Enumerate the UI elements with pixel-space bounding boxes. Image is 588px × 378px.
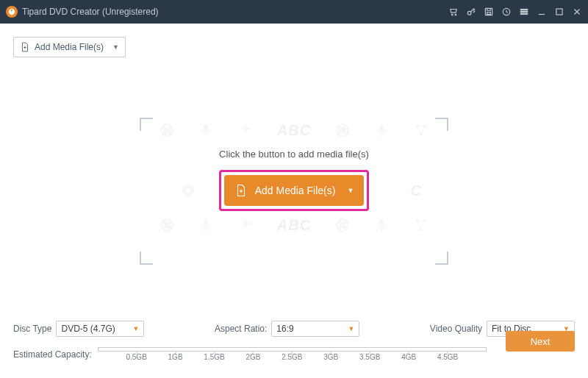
reel-icon: [334, 122, 351, 138]
svg-point-1: [455, 14, 456, 15]
aspect-ratio-label: Aspect Ratio:: [215, 324, 267, 334]
key-icon[interactable]: [466, 7, 476, 17]
add-file-icon: [234, 184, 248, 197]
add-media-highlight: Add Media File(s) ▼: [219, 170, 369, 211]
svg-point-34: [165, 228, 168, 230]
mic-icon: [373, 217, 390, 233]
watermark-text: ABC: [277, 122, 311, 139]
capacity-tick: 1GB: [168, 353, 183, 361]
svg-rect-7: [520, 11, 527, 12]
capacity-tick: 3.5GB: [359, 353, 380, 361]
svg-point-15: [165, 133, 168, 135]
watermark-text: ABC: [277, 217, 311, 234]
add-media-button-small[interactable]: Add Media File(s) ▼: [13, 37, 126, 57]
history-icon[interactable]: [501, 7, 512, 17]
next-button[interactable]: Next: [506, 331, 575, 352]
svg-rect-10: [556, 9, 562, 15]
chevron-down-icon: ▼: [133, 325, 140, 332]
gear-icon: [180, 182, 196, 199]
chevron-down-icon: ▼: [112, 43, 119, 51]
capacity-tick: 2GB: [245, 353, 260, 361]
svg-point-2: [467, 11, 471, 15]
mic-icon: [373, 122, 390, 138]
cart-icon[interactable]: [448, 7, 459, 17]
disc-type-select[interactable]: DVD-5 (4.7G) ▼: [56, 321, 144, 337]
svg-point-43: [345, 224, 348, 226]
add-media-small-label: Add Media File(s): [35, 42, 104, 52]
save-icon[interactable]: [484, 7, 494, 17]
capacity-tick: 0.5GB: [126, 353, 146, 361]
capacity-tick: 4GB: [401, 353, 416, 361]
titlebar: Tipard DVD Creator (Unregistered): [0, 0, 588, 24]
watermark-text-partial: C: [411, 182, 422, 199]
aspect-ratio-select[interactable]: 16:9 ▼: [271, 321, 359, 337]
svg-point-17: [170, 129, 172, 131]
svg-point-14: [165, 125, 168, 127]
chevron-down-icon: ▼: [347, 187, 354, 194]
center-area: ABC Click the button to add media file(s…: [140, 118, 448, 238]
nodes-icon: [413, 122, 429, 138]
hint-text: Click the button to add media file(s): [140, 149, 448, 160]
watermark-row: ABC: [140, 118, 448, 143]
estimated-capacity-label: Estimated Capacity:: [13, 349, 92, 360]
capacity-tick: 2.5GB: [282, 353, 302, 361]
chevron-down-icon: ▼: [348, 325, 354, 332]
mic-icon: [198, 217, 214, 233]
toolbar: Add Media File(s) ▼: [0, 24, 588, 57]
svg-rect-44: [380, 219, 384, 227]
capacity-tick: 1.5GB: [204, 353, 224, 361]
svg-point-42: [337, 224, 340, 226]
svg-point-41: [341, 228, 343, 230]
footer-selectors: Disc Type DVD-5 (4.7G) ▼ Aspect Ratio: 1…: [13, 321, 575, 337]
svg-point-40: [341, 220, 343, 222]
svg-rect-4: [487, 13, 491, 15]
minimize-icon[interactable]: [537, 7, 547, 17]
svg-rect-37: [204, 219, 209, 227]
add-media-main-label: Add Media File(s): [255, 185, 336, 196]
svg-point-35: [162, 224, 164, 226]
capacity-bar: 0.5GB1GB1.5GB2GB2.5GB3GB3.5GB4GB4.5GB: [98, 344, 487, 365]
sparkle-icon: [237, 122, 254, 138]
sparkle-icon: [237, 217, 254, 233]
disc-type-label: Disc Type: [13, 324, 51, 334]
svg-rect-6: [520, 10, 527, 10]
capacity-row: Estimated Capacity: 0.5GB1GB1.5GB2GB2.5G…: [13, 344, 575, 365]
watermark-row: ABC: [140, 213, 448, 238]
svg-point-22: [341, 133, 343, 135]
footer: Disc Type DVD-5 (4.7G) ▼ Aspect Ratio: 1…: [0, 313, 588, 378]
app-logo-icon: [6, 6, 18, 18]
svg-point-31: [186, 188, 190, 193]
titlebar-actions: [448, 7, 582, 17]
capacity-tick: 4.5GB: [437, 353, 458, 361]
svg-point-0: [451, 14, 453, 15]
aspect-ratio-value: 16:9: [276, 324, 293, 334]
svg-rect-8: [520, 13, 527, 14]
nodes-icon: [413, 217, 429, 233]
mic-icon: [198, 122, 214, 138]
svg-point-21: [341, 125, 343, 127]
add-media-button-main[interactable]: Add Media File(s) ▼: [224, 175, 364, 206]
app-title: Tipard DVD Creator (Unregistered): [22, 7, 159, 17]
svg-point-16: [162, 129, 164, 131]
svg-point-36: [170, 224, 172, 226]
svg-point-24: [345, 129, 348, 131]
reel-icon: [334, 217, 351, 233]
menu-icon[interactable]: [519, 7, 529, 17]
svg-point-23: [337, 129, 340, 131]
reel-icon: [159, 122, 175, 138]
svg-rect-25: [380, 124, 384, 132]
svg-rect-18: [204, 124, 209, 132]
add-file-icon: [20, 42, 30, 52]
watermark-row: C Add Media File(s) ▼: [140, 168, 448, 213]
video-quality-label: Video Quality: [430, 324, 482, 334]
close-icon[interactable]: [572, 7, 582, 17]
reel-icon: [159, 217, 175, 233]
next-label: Next: [531, 336, 551, 347]
capacity-tick: 3GB: [323, 353, 338, 361]
svg-point-33: [165, 220, 168, 222]
disc-type-value: DVD-5 (4.7G): [61, 324, 115, 334]
maximize-icon[interactable]: [554, 7, 564, 17]
